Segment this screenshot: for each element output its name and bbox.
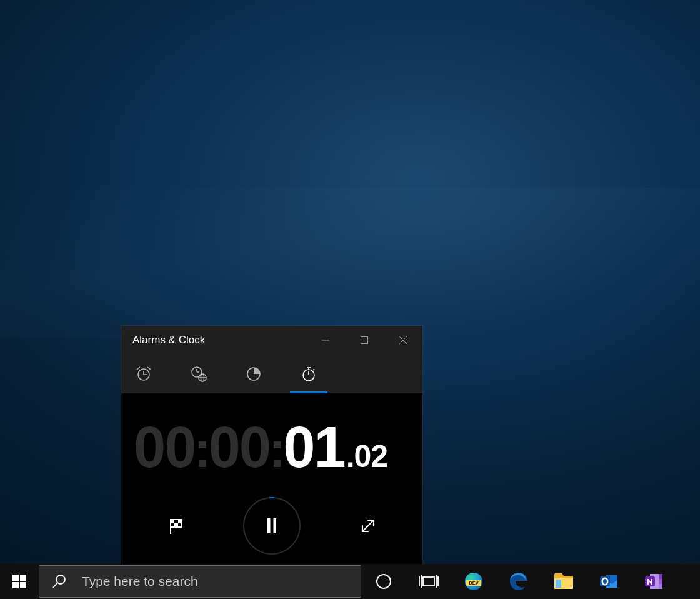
alarm-icon xyxy=(135,365,152,383)
task-view-icon xyxy=(418,573,439,590)
stopwatch-display: 00 : 00 : 01 .02 xyxy=(121,418,422,476)
world-clock-icon xyxy=(190,365,208,383)
svg-point-29 xyxy=(56,575,65,584)
svg-rect-22 xyxy=(268,518,271,533)
file-explorer-button[interactable] xyxy=(541,564,586,599)
timer-icon xyxy=(245,365,262,383)
lap-button[interactable] xyxy=(161,511,191,541)
onenote-icon: N xyxy=(644,571,664,591)
tab-timer[interactable] xyxy=(240,356,268,392)
svg-line-7 xyxy=(137,367,140,370)
stopwatch-panel: 00 : 00 : 01 .02 xyxy=(121,393,422,555)
svg-text:N: N xyxy=(647,577,652,586)
minimize-icon xyxy=(321,336,330,345)
minimize-button[interactable] xyxy=(306,326,345,355)
stopwatch-controls xyxy=(121,497,422,555)
pause-icon xyxy=(264,516,279,535)
start-icon xyxy=(12,575,26,588)
svg-rect-26 xyxy=(20,575,26,581)
edge-dev-icon: DEV xyxy=(464,571,484,591)
svg-rect-27 xyxy=(12,582,19,588)
svg-rect-32 xyxy=(423,577,434,586)
svg-text:DEV: DEV xyxy=(469,580,478,586)
outlook-icon xyxy=(599,571,619,591)
cortana-icon xyxy=(376,573,392,590)
tabstrip xyxy=(121,355,422,393)
stopwatch-fraction: .02 xyxy=(346,441,388,472)
stopwatch-seconds: 01 xyxy=(283,418,344,476)
search-icon xyxy=(52,574,67,589)
titlebar[interactable]: Alarms & Clock xyxy=(121,326,422,355)
svg-rect-1 xyxy=(361,337,368,344)
window-buttons xyxy=(306,326,422,355)
expand-button[interactable] xyxy=(353,511,383,541)
task-view-button[interactable] xyxy=(406,564,451,599)
svg-rect-46 xyxy=(659,574,662,579)
flag-icon xyxy=(166,516,185,535)
maximize-icon xyxy=(360,336,369,345)
svg-rect-25 xyxy=(12,575,19,581)
separator: : xyxy=(269,424,284,475)
onenote-button[interactable]: N xyxy=(631,564,676,599)
taskbar: DEV xyxy=(0,564,700,599)
svg-line-20 xyxy=(313,369,314,370)
edge-button[interactable] xyxy=(496,564,541,599)
tab-alarm[interactable] xyxy=(130,356,158,392)
svg-rect-28 xyxy=(20,582,26,588)
start-button[interactable] xyxy=(0,564,39,599)
stopwatch-minutes: 00 xyxy=(209,418,270,476)
pause-button[interactable] xyxy=(243,497,301,555)
tab-world-clock[interactable] xyxy=(185,356,212,392)
file-explorer-icon xyxy=(554,573,574,590)
close-icon xyxy=(399,336,408,345)
stopwatch-icon xyxy=(300,365,318,383)
close-button[interactable] xyxy=(384,326,422,355)
svg-rect-41 xyxy=(556,580,561,588)
edge-icon xyxy=(509,571,529,591)
edge-dev-button[interactable]: DEV xyxy=(451,564,496,599)
expand-icon xyxy=(359,516,378,535)
svg-line-24 xyxy=(362,520,374,531)
svg-line-8 xyxy=(148,367,151,370)
window-title: Alarms & Clock xyxy=(132,334,205,346)
taskbar-icons: DEV xyxy=(361,564,676,599)
search-box[interactable] xyxy=(39,565,361,598)
svg-rect-47 xyxy=(659,579,662,584)
svg-rect-48 xyxy=(659,584,662,589)
maximize-button[interactable] xyxy=(345,326,384,355)
svg-point-31 xyxy=(377,575,391,588)
stopwatch-hours: 00 xyxy=(134,418,195,476)
separator: : xyxy=(194,424,209,475)
cortana-button[interactable] xyxy=(361,564,406,599)
svg-rect-23 xyxy=(274,518,277,533)
search-input[interactable] xyxy=(82,566,361,597)
tab-stopwatch[interactable] xyxy=(295,356,322,392)
alarms-clock-window: Alarms & Clock xyxy=(121,326,422,564)
svg-line-30 xyxy=(53,583,58,588)
outlook-button[interactable] xyxy=(586,564,631,599)
